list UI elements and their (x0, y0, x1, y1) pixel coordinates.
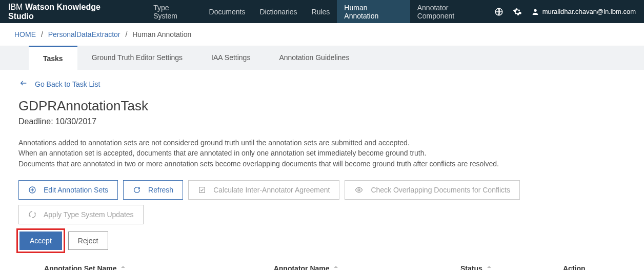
th-set-name-label: Annotation Set Name (44, 264, 117, 270)
back-to-task-list[interactable]: Go Back to Task List (18, 79, 626, 89)
th-status[interactable]: Status (456, 259, 559, 270)
accept-highlight: Accept (18, 230, 63, 251)
th-action-label: Action (563, 264, 586, 270)
eye-icon (354, 186, 364, 194)
svg-point-4 (358, 189, 360, 191)
arrow-left-icon (18, 79, 29, 89)
apply-icon (28, 210, 36, 219)
top-icons: muralidhar.chavan@in.ibm.com (494, 7, 636, 16)
tab-gte-settings[interactable]: Ground Truth Editor Settings (77, 46, 197, 70)
tab-annotation-guidelines[interactable]: Annotation Guidelines (265, 46, 364, 70)
th-action: Action (559, 259, 626, 270)
svg-point-1 (534, 9, 536, 11)
nav-documents[interactable]: Documents (202, 0, 253, 23)
top-header: IBM Watson Knowledge Studio Type System … (0, 0, 644, 23)
th-annotator[interactable]: Annotator Name (270, 259, 456, 270)
th-set-name[interactable]: Annotation Set Name (40, 259, 270, 270)
checkbox-icon (198, 186, 206, 194)
annotation-sets-table: Annotation Set Name Annotator Name Statu… (18, 259, 626, 270)
content: Go Back to Task List GDPRAnnotationTask … (0, 70, 644, 270)
apply-type-system-updates-button: Apply Type System Updates (18, 205, 144, 224)
edit-sets-label: Edit Annotation Sets (44, 186, 108, 194)
refresh-label: Refresh (148, 186, 173, 194)
sort-icon (333, 266, 338, 270)
desc-line2: When an annotation set is accepted, docu… (18, 148, 626, 158)
tab-iaa-settings[interactable]: IAA Settings (197, 46, 265, 70)
breadcrumb-sep: / (41, 30, 43, 38)
globe-icon[interactable] (494, 7, 504, 16)
breadcrumb-sep: / (125, 30, 127, 38)
refresh-button[interactable]: Refresh (123, 180, 183, 200)
sort-icon (487, 266, 492, 270)
top-nav: Type System Documents Dictionaries Rules… (146, 0, 494, 23)
nav-dictionaries[interactable]: Dictionaries (252, 0, 304, 23)
apply-updates-label: Apply Type System Updates (44, 210, 134, 219)
user-email: muralidhar.chavan@in.ibm.com (542, 8, 636, 15)
nav-type-system[interactable]: Type System (146, 0, 202, 23)
task-deadline: Deadline: 10/30/2017 (18, 117, 626, 126)
nav-rules[interactable]: Rules (305, 0, 337, 23)
nav-human-annotation[interactable]: Human Annotation (337, 0, 410, 23)
calculate-iaa-button: Calculate Inter-Annotator Agreement (188, 180, 339, 200)
reject-button[interactable]: Reject (68, 232, 108, 250)
tab-tasks[interactable]: Tasks (29, 46, 77, 70)
brand-prefix: IBM (8, 3, 25, 11)
task-title: GDPRAnnotationTask (18, 98, 626, 114)
breadcrumb-home[interactable]: HOME (14, 30, 36, 38)
desc-line1: Annotations added to annotation sets are… (18, 138, 626, 148)
nav-annotator-component[interactable]: Annotator Component (410, 0, 494, 23)
decision-row: Accept Reject (18, 230, 626, 251)
refresh-icon (133, 186, 141, 194)
th-checkbox (18, 259, 40, 270)
user-info[interactable]: muralidhar.chavan@in.ibm.com (531, 8, 636, 16)
breadcrumb-current: Human Annotation (132, 30, 191, 38)
brand: IBM Watson Knowledge Studio (8, 3, 128, 21)
calc-iaa-label: Calculate Inter-Annotator Agreement (213, 186, 330, 194)
th-status-label: Status (460, 264, 482, 270)
desc-line3: Documents that are annotated in two or m… (18, 159, 626, 169)
th-annotator-label: Annotator Name (274, 264, 330, 270)
edit-annotation-sets-button[interactable]: Edit Annotation Sets (18, 180, 118, 200)
check-conflicts-button: Check Overlapping Documents for Conflict… (345, 180, 520, 200)
svg-rect-3 (199, 187, 205, 193)
description: Annotations added to annotation sets are… (18, 138, 626, 169)
user-icon (531, 8, 539, 16)
tabs-bar: Tasks Ground Truth Editor Settings IAA S… (0, 46, 644, 70)
breadcrumb-project[interactable]: PersonalDataExtractor (48, 30, 120, 38)
plus-circle-icon (28, 186, 36, 194)
gear-icon[interactable] (513, 7, 522, 16)
sort-icon (120, 266, 126, 270)
accept-button[interactable]: Accept (19, 232, 62, 250)
check-conflicts-label: Check Overlapping Documents for Conflict… (371, 186, 510, 194)
back-link-label: Go Back to Task List (35, 80, 100, 88)
action-row: Edit Annotation Sets Refresh Calculate I… (18, 180, 626, 224)
breadcrumb: HOME / PersonalDataExtractor / Human Ann… (0, 23, 644, 46)
